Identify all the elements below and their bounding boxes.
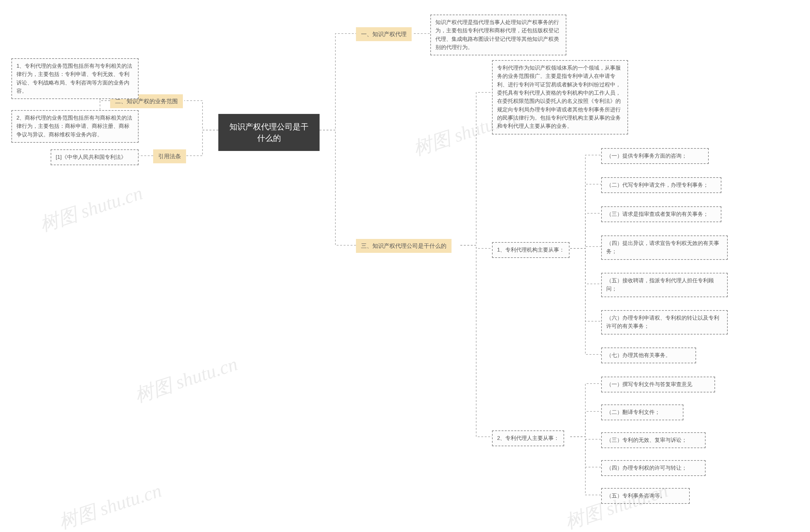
root-node[interactable]: 知识产权代理公司是干什么的 [218, 114, 320, 151]
sub2-item-1[interactable]: （一）撰写专利文件与答复审查意见 [601, 376, 715, 392]
branch-3-sub1-label[interactable]: 1、专利代理机构主要从事： [492, 242, 569, 258]
sub1-item-5[interactable]: （五）接收聘请，指派专利代理人担任专利顾问； [601, 273, 728, 297]
ref-label[interactable]: 引用法条 [153, 149, 186, 163]
branch-3-intro[interactable]: 专利代理作为知识产权领域体系的一个领域，从事服务的业务范围很广。主要是指专利申请… [492, 60, 628, 134]
sub1-item-4[interactable]: （四）提出异议，请求宣告专利权无效的有关事务； [601, 236, 728, 260]
branch-1-label[interactable]: 一、知识产权代理 [356, 27, 412, 41]
branch-2-item-2[interactable]: 2、商标代理的业务范围包括所有与商标相关的法律行为，主要包括：商标申请、商标注册… [11, 110, 139, 143]
root-title: 知识产权代理公司是干什么的 [229, 122, 308, 142]
sub1-item-7[interactable]: （七）办理其他有关事务。 [601, 348, 696, 363]
watermark: 树图 shutu.cn [56, 478, 165, 532]
watermark: 树图 shutu.cn [562, 478, 671, 532]
sub1-item-3[interactable]: （三）请求是指审查或者复审的有关事务； [601, 206, 722, 222]
sub1-item-6[interactable]: （六）办理专利申请权、专利权的转让以及专利许可的有关事务； [601, 310, 728, 335]
branch-1-text[interactable]: 知识产权代理是指代理当事人处理知识产权事务的行为，主要包括专利代理和商标代理，还… [430, 15, 566, 55]
branch-3-label[interactable]: 三、知识产权代理公司是干什么的 [356, 239, 452, 253]
sub2-item-5[interactable]: （五）专利事务咨询等。 [601, 488, 690, 504]
sub1-item-1[interactable]: （一）提供专利事务方面的咨询； [601, 148, 709, 164]
sub2-item-4[interactable]: （四）办理专利权的许可与转让； [601, 460, 706, 476]
sub2-item-2[interactable]: （二）翻译专利文件； [601, 404, 683, 420]
ref-text[interactable]: [1]《中华人民共和国专利法》 [51, 149, 139, 165]
sub2-item-3[interactable]: （三）专利的无效、复审与诉讼； [601, 432, 706, 448]
watermark: 树图 shutu.cn [37, 180, 146, 238]
sub1-item-2[interactable]: （二）代写专利申请文件，办理专利事务； [601, 177, 722, 193]
watermark: 树图 shutu.cn [132, 351, 241, 408]
branch-3-sub2-label[interactable]: 2、专利代理人主要从事： [492, 431, 564, 446]
branch-2-item-1[interactable]: 1、专利代理的业务范围包括所有与专利相关的法律行为，主要包括：专利申请、专利无效… [11, 58, 139, 99]
